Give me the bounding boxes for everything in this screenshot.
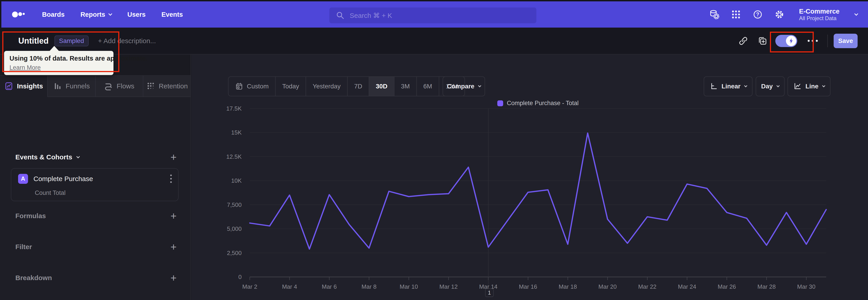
- events-cohorts-label[interactable]: Events & Cohorts: [16, 153, 72, 161]
- save-button[interactable]: Save: [834, 34, 858, 48]
- data-management-icon[interactable]: [709, 9, 719, 20]
- search-icon: [336, 11, 345, 20]
- chart-panel: CustomTodayYesterday7D30D3M6M12M Compare…: [191, 55, 868, 300]
- svg-text:Mar 16: Mar 16: [519, 283, 537, 290]
- section-label: Formulas: [16, 212, 46, 220]
- event-metric[interactable]: Count Total: [35, 189, 66, 197]
- svg-text:10K: 10K: [231, 177, 242, 184]
- svg-text:Mar 24: Mar 24: [678, 283, 696, 290]
- insights-icon: [4, 82, 13, 91]
- section-breakdown: Breakdown+: [16, 271, 177, 284]
- project-name: E-Commerce: [799, 8, 839, 15]
- tab-label: Retention: [159, 82, 188, 90]
- tab-label: Funnels: [66, 82, 90, 90]
- svg-text:Mar 12: Mar 12: [439, 283, 458, 290]
- event-card-row: A Complete Purchase: [18, 174, 173, 184]
- search-input[interactable]: Search ⌘ + K: [329, 7, 536, 23]
- event-card[interactable]: A Complete Purchase Count Total: [11, 168, 179, 201]
- section-label: Filter: [16, 243, 32, 251]
- svg-text:Mar 8: Mar 8: [362, 283, 376, 290]
- learn-more-link[interactable]: Learn More: [9, 64, 41, 71]
- toggle-knob: [786, 36, 796, 46]
- lightning-bolt-icon: [788, 37, 795, 44]
- pagination-page-button[interactable]: 1: [485, 289, 494, 297]
- share-link-icon[interactable]: [738, 36, 748, 46]
- line-chart-canvas: 02,5005,0007,50010K12.5K15K17.5KMar 2Mar…: [191, 55, 868, 300]
- section-filter: Filter+: [16, 240, 177, 254]
- svg-text:Mar 6: Mar 6: [322, 283, 337, 290]
- svg-text:5,000: 5,000: [227, 226, 242, 232]
- events-cohorts-header: Events & Cohorts +: [16, 151, 177, 163]
- help-icon[interactable]: ?: [752, 9, 763, 20]
- query-builder-panel: Events & Cohorts + A Complete Purchase C…: [0, 97, 191, 300]
- svg-text:17.5K: 17.5K: [226, 105, 242, 112]
- apps-grid-icon[interactable]: [731, 9, 741, 20]
- chevron-down-icon: [76, 155, 80, 158]
- svg-text:Mar 18: Mar 18: [559, 283, 577, 290]
- nav-item-reports[interactable]: Reports: [81, 11, 112, 18]
- chevron-down-icon: [855, 12, 858, 16]
- svg-text:Mar 4: Mar 4: [282, 283, 297, 290]
- sampling-tooltip: Using 10% of data. Results are approxima…: [4, 51, 114, 75]
- chevron-down-icon: [108, 12, 112, 16]
- svg-text:15K: 15K: [231, 129, 242, 136]
- svg-text:Mar 20: Mar 20: [598, 283, 617, 290]
- funnels-icon: [53, 82, 62, 91]
- svg-text:2,500: 2,500: [227, 249, 242, 257]
- nav-item-boards[interactable]: Boards: [42, 11, 65, 18]
- project-scope: All Project Data: [799, 15, 839, 22]
- tab-retention[interactable]: Retention: [143, 76, 191, 97]
- svg-text:?: ?: [756, 11, 759, 18]
- nav-right-cluster: ? E-Commerce All Project Data: [709, 8, 858, 22]
- nav-item-label: Users: [127, 11, 146, 18]
- report-title[interactable]: Untitled: [18, 36, 49, 46]
- tooltip-text: Using 10% of data. Results are approxima…: [9, 55, 108, 62]
- divider: [827, 35, 828, 47]
- add-to-board-icon[interactable]: [757, 36, 767, 46]
- sidebar: InsightsFunnelsFlowsRetention Events & C…: [0, 55, 191, 300]
- more-options-button[interactable]: [808, 40, 818, 42]
- flows-icon: [104, 82, 113, 91]
- retention-icon: [146, 82, 155, 91]
- sampled-badge[interactable]: Sampled: [55, 35, 89, 46]
- svg-text:Mar 28: Mar 28: [757, 283, 776, 290]
- nav-item-label: Events: [161, 11, 183, 18]
- add-event-button[interactable]: +: [170, 152, 177, 162]
- event-letter-badge: A: [18, 174, 28, 184]
- search-placeholder: Search ⌘ + K: [350, 11, 392, 20]
- tooltip-caret: [49, 46, 59, 51]
- svg-text:Mar 30: Mar 30: [797, 283, 815, 290]
- sampling-toggle[interactable]: [775, 35, 797, 47]
- tab-insights[interactable]: Insights: [0, 76, 47, 97]
- add-formulas-button[interactable]: +: [170, 211, 177, 221]
- report-header-bar: Untitled Sampled + Add description...: [0, 28, 868, 55]
- svg-text:Mar 22: Mar 22: [638, 283, 656, 290]
- svg-text:0: 0: [239, 274, 242, 280]
- svg-text:Mar 26: Mar 26: [718, 283, 736, 290]
- section-label: Breakdown: [16, 274, 52, 282]
- add-breakdown-button[interactable]: +: [170, 273, 177, 283]
- section-formulas: Formulas+: [16, 209, 177, 223]
- svg-text:7,500: 7,500: [227, 202, 242, 208]
- project-selector[interactable]: E-Commerce All Project Data: [799, 8, 839, 22]
- add-description-field[interactable]: + Add description...: [98, 37, 156, 45]
- svg-text:Mar 2: Mar 2: [242, 283, 257, 290]
- tab-funnels[interactable]: Funnels: [47, 76, 95, 97]
- mixpanel-logo-icon[interactable]: [12, 9, 26, 20]
- add-filter-button[interactable]: +: [170, 242, 177, 252]
- report-actions: Save: [738, 34, 858, 48]
- tab-label: Insights: [17, 82, 43, 90]
- tab-label: Flows: [117, 82, 134, 90]
- report-tabs: InsightsFunnelsFlowsRetention: [0, 75, 191, 97]
- settings-gear-icon[interactable]: [774, 9, 784, 20]
- nav-items: BoardsReportsUsersEvents: [42, 11, 199, 18]
- nav-item-events[interactable]: Events: [161, 11, 183, 18]
- nav-item-label: Boards: [42, 11, 65, 18]
- tab-flows[interactable]: Flows: [95, 76, 143, 97]
- event-options-button[interactable]: [169, 174, 173, 184]
- content-area: InsightsFunnelsFlowsRetention Events & C…: [0, 55, 868, 300]
- svg-text:Mar 10: Mar 10: [400, 283, 418, 290]
- event-name: Complete Purchase: [33, 175, 164, 183]
- nav-item-users[interactable]: Users: [127, 11, 146, 18]
- svg-text:12.5K: 12.5K: [226, 153, 242, 160]
